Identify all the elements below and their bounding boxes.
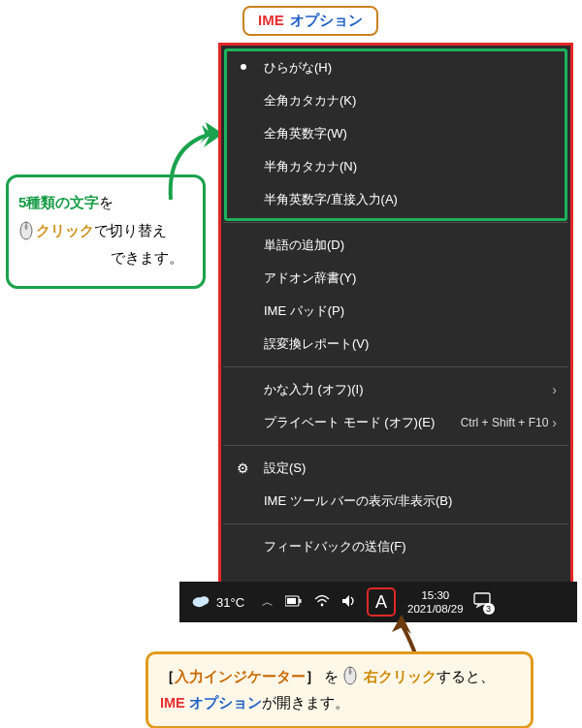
title-option: オプション [290,12,363,30]
shortcut-label: Ctrl + Shift + F10 [461,416,549,429]
menu-item-settings[interactable]: ⚙ 設定(S) [221,452,570,485]
svg-point-9 [321,603,324,606]
svg-rect-8 [287,598,296,604]
menu-item-add-word[interactable]: 単語の追加(D) [221,229,570,262]
clock[interactable]: 15:30 2021/08/29 [407,588,464,617]
volume-icon[interactable] [341,594,357,611]
tutorial-title: IME オプション [242,6,378,36]
mouse-icon [18,220,34,241]
five-types-label: 5種類の文字 [18,194,99,210]
callout-five-modes: 5種類の文字を クリックで切り替え できます。 [6,174,206,289]
menu-divider [223,445,568,446]
svg-marker-10 [342,595,349,607]
svg-rect-7 [300,599,302,603]
selected-bullet-icon [241,64,246,70]
menu-item-halfwidth-alnum[interactable]: 半角英数字/直接入力(A) [221,183,570,216]
ime-menu-body: ひらがな(H) 全角カタカナ(K) 全角英数字(W) 半角カタカナ(N) 半角英… [221,46,570,604]
notification-count: 3 [483,603,495,615]
ime-context-menu: ひらがな(H) 全角カタカナ(K) 全角英数字(W) 半角カタカナ(N) 半角英… [218,43,573,607]
menu-divider [223,366,568,367]
menu-item-misconv-report[interactable]: 誤変換レポート(V) [221,328,570,361]
windows-taskbar: 31°C ︿ A 15:30 2021/08/29 3 [179,582,577,622]
wifi-icon[interactable] [314,594,330,611]
svg-rect-2 [25,225,28,229]
menu-item-addon-dict[interactable]: アドオン辞書(Y) [221,262,570,295]
svg-point-5 [199,596,209,604]
menu-divider [223,523,568,524]
title-ime: IME [258,12,284,30]
action-center-icon[interactable]: 3 [473,592,491,612]
chevron-right-icon: › [552,382,557,397]
click-label: クリック [36,217,94,245]
menu-item-private-mode[interactable]: プライベート モード (オフ)(E) Ctrl + Shift + F10› [221,406,570,439]
callout-right-click: ［入力インジケーター］ を 右クリックすると、 IME オプションが開きます。 [146,651,534,728]
weather-icon[interactable] [191,593,210,611]
menu-item-send-feedback[interactable]: フィードバックの送信(F) [221,530,570,563]
ime-label: IME [160,695,185,711]
menu-item-kana-input[interactable]: かな入力 (オフ)(I) › [221,373,570,406]
tray-overflow-icon[interactable]: ︿ [262,594,274,611]
time: 15:30 [407,588,464,602]
option-label: オプション [189,695,262,711]
menu-item-halfwidth-katakana[interactable]: 半角カタカナ(N) [221,150,570,183]
ime-indicator-letter: A [375,592,387,613]
menu-item-fullwidth-alnum[interactable]: 全角英数字(W) [221,117,570,150]
svg-rect-15 [349,670,352,674]
menu-item-fullwidth-katakana[interactable]: 全角カタカナ(K) [221,84,570,117]
right-click-label: 右クリック [364,669,436,684]
menu-item-toggle-toolbar[interactable]: IME ツール バーの表示/非表示(B) [221,485,570,518]
gear-icon: ⚙ [237,460,249,476]
menu-divider [223,222,568,223]
menu-item-hiragana[interactable]: ひらがな(H) [221,51,570,84]
menu-item-ime-pad[interactable]: IME パッド(P) [221,295,570,328]
temperature[interactable]: 31°C [216,595,244,610]
ime-indicator[interactable]: A [367,587,396,617]
chevron-right-icon: › [552,415,557,430]
battery-icon[interactable] [285,594,303,610]
input-indicator-label: 入力インジケーター [175,669,306,684]
mouse-icon [342,665,358,686]
date: 2021/08/29 [407,602,464,616]
